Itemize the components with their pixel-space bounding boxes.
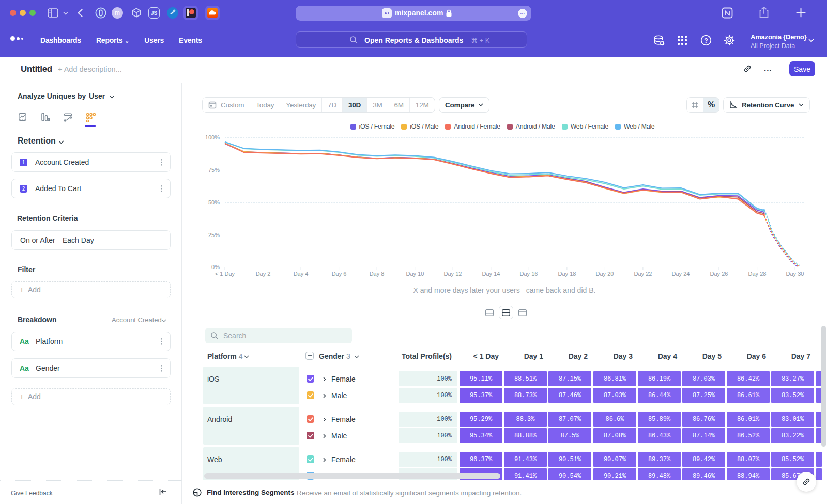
svg-text:?: ? <box>704 37 708 44</box>
